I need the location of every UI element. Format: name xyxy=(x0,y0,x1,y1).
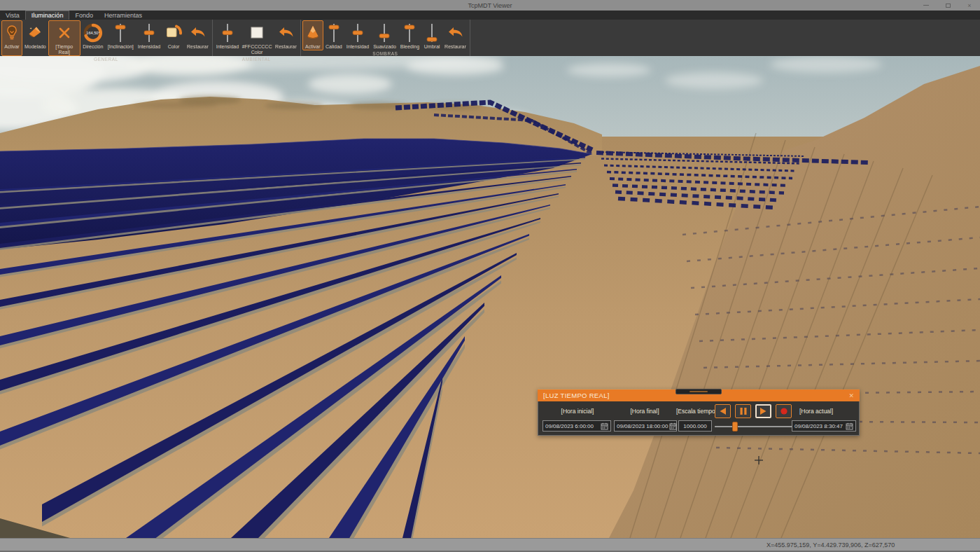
ribbon-button-modelado[interactable]: Modelado xyxy=(22,20,48,56)
ribbon-button-suavizado[interactable]: Suavizado xyxy=(371,20,398,50)
lightbulb-icon xyxy=(5,22,19,44)
luz-tiempo-real-panel: [LUZ TIEMPO REAL] ✕ [Hora inicial] [Hora… xyxy=(538,389,860,436)
window-titlebar: TcpMDT Viewer × xyxy=(0,0,980,11)
slider-icon xyxy=(403,22,416,44)
ribbon: ActivarModelado[Tiempo Real]164,50°Direc… xyxy=(0,20,980,56)
ribbon-group-ambiental: Intensidad#FFCCCCCC ColorRestaurarAMBIEN… xyxy=(213,20,301,56)
undo-icon xyxy=(188,22,206,44)
ribbon-button-inclinación[interactable]: [Inclinación] xyxy=(106,20,136,56)
play-icon xyxy=(759,407,768,415)
ribbon-button-label: Restaurar xyxy=(444,44,466,50)
ribbon-button-label: Activar xyxy=(305,44,320,50)
tab-iluminación[interactable]: Iluminación xyxy=(25,11,70,20)
ribbon-button-label: #FFCCCCCC Color xyxy=(242,44,272,55)
panel-title: [LUZ TIEMPO REAL] xyxy=(543,392,610,399)
x-mark-icon xyxy=(57,22,71,44)
slider-handle[interactable] xyxy=(732,422,738,432)
shadow-cone-icon xyxy=(305,22,321,44)
ribbon-button-calidad[interactable]: Calidad xyxy=(323,20,344,50)
ribbon-button-intensidad[interactable]: Intensidad xyxy=(136,20,162,56)
tab-bar: VistaIluminaciónFondoHerramientas xyxy=(0,11,980,20)
tab-label: Vista xyxy=(6,12,20,19)
ribbon-button-label: Modelado xyxy=(24,44,46,50)
ribbon-button-intensidad[interactable]: Intensidad xyxy=(344,20,371,50)
rewind-button[interactable] xyxy=(715,404,731,418)
ribbon-button-label: [Tiempo Real] xyxy=(50,44,78,55)
slider-icon xyxy=(143,22,155,44)
ribbon-button-color[interactable]: Color xyxy=(162,20,185,56)
ribbon-button-dirección[interactable]: 164,50°Dirección xyxy=(80,20,106,56)
slider-track xyxy=(715,426,797,427)
swatch-icon xyxy=(164,22,183,44)
slider-icon xyxy=(221,22,234,44)
hora-final-input[interactable]: 09/08/2023 18:00:00 xyxy=(614,420,677,432)
minimize-icon[interactable] xyxy=(921,1,931,9)
rewind-icon xyxy=(718,407,727,415)
pause-button[interactable] xyxy=(735,404,751,418)
hora-inicial-input[interactable]: 09/08/2023 6:00:00 xyxy=(542,420,611,432)
hora-actual-label: [Hora actual] xyxy=(783,408,849,415)
transport-controls xyxy=(715,404,792,418)
ribbon-button-tiempo-real[interactable]: [Tiempo Real] xyxy=(48,20,80,56)
window-title: TcpMDT Viewer xyxy=(468,2,512,9)
hora-inicial-value: 09/08/2023 6:00:00 xyxy=(545,423,599,429)
ribbon-button-activar[interactable]: Activar xyxy=(302,20,323,50)
window-controls: × xyxy=(921,0,974,11)
ribbon-group-label: SOMBRAS xyxy=(302,50,468,57)
record-icon xyxy=(780,407,788,415)
ribbon-button-label: [Inclinación] xyxy=(108,44,134,50)
escala-tiempo-value: 1000.000 xyxy=(681,423,709,429)
record-button[interactable] xyxy=(776,404,792,418)
ribbon-button-label: Bleeding xyxy=(400,44,419,50)
hora-actual-input[interactable]: 09/08/2023 8:30:47 xyxy=(792,420,856,432)
ribbon-button-label: Intensidad xyxy=(346,44,369,50)
ribbon-button-restaurar[interactable]: Restaurar xyxy=(185,20,211,56)
hora-inicial-label: [Hora inicial] xyxy=(542,408,612,415)
calendar-icon[interactable] xyxy=(601,422,608,430)
ribbon-button-intensidad[interactable]: Intensidad xyxy=(214,20,241,56)
undo-icon xyxy=(276,22,295,44)
panel-body: [Hora inicial] [Hora final] [Escala tiem… xyxy=(538,401,860,436)
ribbon-button-ffcccccc-color[interactable]: #FFCCCCCC Color xyxy=(241,20,273,56)
ribbon-group-label: AMBIENTAL xyxy=(214,56,299,62)
ribbon-button-label: Umbral xyxy=(424,44,440,50)
calendar-icon[interactable] xyxy=(669,422,677,430)
direction-value: 164,50° xyxy=(86,31,99,35)
panel-drag-handle[interactable] xyxy=(676,389,722,394)
ribbon-button-activar[interactable]: Activar xyxy=(1,20,22,56)
ribbon-button-bleeding[interactable]: Bleeding xyxy=(398,20,421,50)
ribbon-button-label: Dirección xyxy=(83,44,103,50)
close-icon[interactable]: × xyxy=(965,1,974,9)
viewport-3d[interactable] xyxy=(0,56,980,538)
ribbon-button-restaurar[interactable]: Restaurar xyxy=(273,20,299,56)
pause-icon xyxy=(739,407,748,415)
tab-vista[interactable]: Vista xyxy=(0,11,25,20)
ribbon-button-label: Restaurar xyxy=(275,44,297,50)
ribbon-button-label: Intensidad xyxy=(138,44,160,50)
ribbon-button-label: Activar xyxy=(4,44,19,50)
ribbon-group-sombras: ActivarCalidadIntensidadSuavizadoBleedin… xyxy=(301,20,470,56)
hora-final-label: [Hora final] xyxy=(612,408,677,415)
play-button[interactable] xyxy=(755,404,771,418)
escala-tiempo-input[interactable]: 1000.000 xyxy=(678,420,712,432)
slider-icon xyxy=(351,22,364,44)
time-slider[interactable] xyxy=(715,422,797,431)
tab-label: Fondo xyxy=(75,12,93,19)
dial-icon: 164,50° xyxy=(83,22,104,44)
solar-farm-scene xyxy=(0,56,980,538)
undo-icon xyxy=(446,22,464,44)
tab-fondo[interactable]: Fondo xyxy=(69,11,99,20)
ribbon-button-label: Restaurar xyxy=(187,44,209,50)
maximize-icon[interactable] xyxy=(943,1,953,9)
calendar-icon[interactable] xyxy=(846,422,853,430)
panel-close-icon[interactable]: ✕ xyxy=(848,392,854,399)
ribbon-button-restaurar[interactable]: Restaurar xyxy=(442,20,468,50)
cone-icon xyxy=(27,22,43,44)
slider-icon xyxy=(426,22,438,44)
slider-icon xyxy=(378,22,391,44)
ribbon-button-label: Calidad xyxy=(326,44,342,50)
ribbon-button-label: Intensidad xyxy=(216,44,239,50)
tab-herramientas[interactable]: Herramientas xyxy=(99,11,148,20)
ribbon-button-umbral[interactable]: Umbral xyxy=(421,20,442,50)
cursor-coordinates: X=455.975,159, Y=4.429.739,906, Z=627,57… xyxy=(766,541,895,548)
